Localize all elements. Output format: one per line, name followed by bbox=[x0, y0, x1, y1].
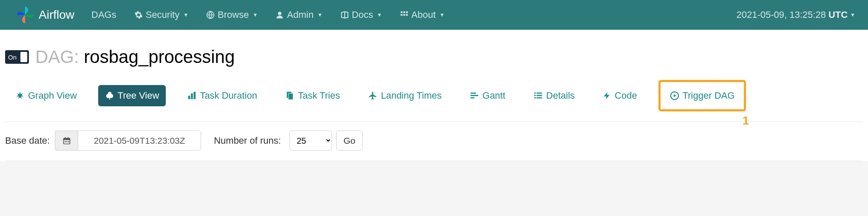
svg-rect-3 bbox=[403, 11, 405, 13]
clock-tz: UTC bbox=[828, 9, 848, 20]
tab-graph-view[interactable]: Graph View bbox=[9, 85, 84, 106]
chevron-down-icon: ▼ bbox=[318, 12, 323, 18]
svg-point-1 bbox=[278, 12, 281, 15]
tree-icon bbox=[105, 91, 114, 100]
dag-toggle[interactable]: On bbox=[5, 50, 29, 64]
nav-browse[interactable]: Browse ▼ bbox=[206, 9, 258, 20]
svg-rect-13 bbox=[471, 93, 476, 94]
svg-rect-21 bbox=[536, 97, 542, 99]
go-button[interactable]: Go bbox=[336, 131, 363, 151]
svg-rect-9 bbox=[191, 94, 193, 99]
grid-icon bbox=[400, 11, 408, 19]
toggle-knob bbox=[20, 52, 27, 62]
files-icon bbox=[285, 91, 295, 100]
svg-rect-10 bbox=[194, 92, 196, 99]
user-icon bbox=[275, 11, 284, 19]
book-icon bbox=[340, 11, 349, 19]
dag-tabs: Graph View Tree View Task Duration Task … bbox=[9, 80, 859, 111]
svg-rect-16 bbox=[534, 93, 536, 94]
svg-rect-7 bbox=[406, 14, 408, 16]
runs-label: Number of runs: bbox=[214, 135, 281, 146]
chevron-down-icon: ▼ bbox=[377, 12, 382, 18]
chevron-down-icon: ▼ bbox=[183, 12, 188, 18]
tab-label: Tree View bbox=[118, 90, 159, 101]
bolt-icon bbox=[603, 91, 611, 100]
svg-rect-26 bbox=[68, 137, 68, 139]
clock-time: 2021-05-09, 13:25:28 bbox=[736, 9, 825, 20]
tab-task-tries[interactable]: Task Tries bbox=[278, 85, 347, 106]
base-date-input[interactable] bbox=[78, 131, 201, 151]
tab-label: Task Tries bbox=[298, 90, 340, 101]
tab-label: Gantt bbox=[482, 90, 505, 101]
tab-details[interactable]: Details bbox=[527, 85, 582, 106]
nav-label: About bbox=[411, 9, 436, 20]
svg-rect-5 bbox=[400, 14, 402, 16]
nav-docs[interactable]: Docs ▼ bbox=[340, 9, 382, 20]
dag-header: On DAG: rosbag_processing bbox=[5, 47, 863, 67]
main-navbar: Airflow DAGs Security ▼ Browse ▼ Admin ▼… bbox=[0, 0, 868, 30]
tab-label: Code bbox=[615, 90, 637, 101]
tab-label: Landing Times bbox=[381, 90, 442, 101]
nav-security[interactable]: Security ▼ bbox=[134, 9, 188, 20]
calendar-button[interactable] bbox=[55, 131, 78, 151]
svg-rect-6 bbox=[403, 14, 405, 16]
brand[interactable]: Airflow bbox=[15, 5, 74, 25]
globe-icon bbox=[206, 11, 215, 19]
clock-display[interactable]: 2021-05-09, 13:25:28 UTC ▼ bbox=[736, 9, 855, 20]
runs-select[interactable]: 25 bbox=[289, 131, 332, 151]
tab-landing-times[interactable]: Landing Times bbox=[361, 85, 448, 106]
nav-label: Security bbox=[146, 9, 179, 20]
tab-gantt[interactable]: Gantt bbox=[463, 85, 512, 106]
annotation-1: 1 bbox=[742, 114, 749, 128]
svg-rect-27 bbox=[65, 141, 66, 142]
svg-rect-28 bbox=[66, 141, 68, 142]
nav-about[interactable]: About ▼ bbox=[400, 9, 445, 20]
title-prefix: DAG: bbox=[35, 47, 79, 67]
svg-rect-2 bbox=[400, 11, 402, 13]
svg-rect-14 bbox=[471, 95, 478, 96]
svg-rect-15 bbox=[471, 97, 474, 99]
bars-icon bbox=[187, 91, 196, 100]
nav-label: DAGs bbox=[91, 9, 116, 20]
chevron-down-icon: ▼ bbox=[850, 12, 855, 18]
brand-text: Airflow bbox=[39, 8, 74, 22]
nav-admin[interactable]: Admin ▼ bbox=[275, 9, 322, 20]
svg-rect-19 bbox=[536, 95, 542, 96]
tab-label: Graph View bbox=[28, 90, 77, 101]
nav-label: Admin bbox=[287, 9, 313, 20]
divider bbox=[5, 161, 863, 161]
svg-rect-18 bbox=[534, 95, 536, 96]
list-icon bbox=[533, 91, 543, 100]
base-date-label: Base date: bbox=[5, 135, 50, 146]
page-title: DAG: rosbag_processing bbox=[35, 47, 235, 67]
tab-label: Details bbox=[546, 90, 575, 101]
svg-rect-20 bbox=[534, 97, 536, 99]
svg-rect-24 bbox=[63, 138, 70, 140]
tab-code[interactable]: Code bbox=[596, 85, 644, 106]
svg-rect-8 bbox=[188, 96, 190, 99]
chevron-down-icon: ▼ bbox=[440, 12, 445, 18]
play-circle-icon bbox=[670, 91, 679, 100]
filter-row: Base date: Number of runs: 25 Go bbox=[5, 131, 863, 161]
tab-trigger-dag[interactable]: Trigger DAG bbox=[658, 80, 746, 111]
tab-tree-view[interactable]: Tree View bbox=[98, 85, 166, 106]
divider bbox=[5, 122, 863, 122]
svg-rect-12 bbox=[288, 94, 293, 100]
svg-rect-17 bbox=[536, 93, 542, 94]
svg-rect-4 bbox=[406, 11, 408, 13]
calendar-icon bbox=[62, 136, 71, 145]
svg-rect-29 bbox=[68, 141, 69, 142]
gear-icon bbox=[134, 11, 143, 19]
svg-rect-25 bbox=[65, 137, 66, 139]
tab-label: Task Duration bbox=[200, 90, 257, 101]
tab-task-duration[interactable]: Task Duration bbox=[180, 85, 264, 106]
nav-label: Docs bbox=[352, 9, 373, 20]
nav-dags[interactable]: DAGs bbox=[91, 9, 116, 20]
nav-items: DAGs Security ▼ Browse ▼ Admin ▼ Docs ▼ … bbox=[91, 9, 445, 20]
chevron-down-icon: ▼ bbox=[252, 12, 258, 18]
page-content: On DAG: rosbag_processing Graph View Tre… bbox=[0, 30, 868, 161]
plane-icon bbox=[368, 91, 377, 100]
burst-icon bbox=[15, 91, 25, 100]
tab-label: Trigger DAG bbox=[683, 90, 735, 101]
nav-label: Browse bbox=[218, 9, 249, 20]
